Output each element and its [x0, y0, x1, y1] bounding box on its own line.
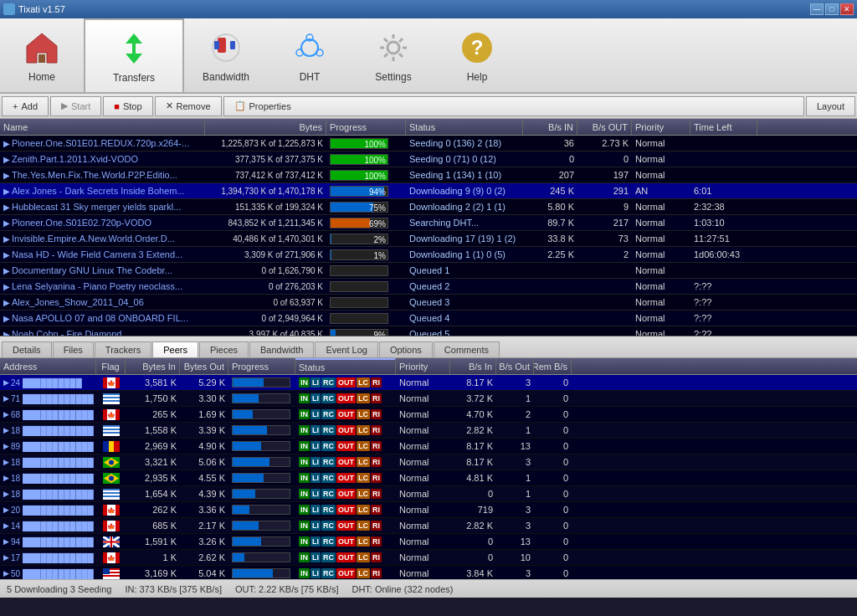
table-row[interactable]: ▶ Noah Cohn - Fire Diamond 3,997 K of 40… [0, 326, 857, 336]
table-row[interactable]: ▶ Documentary GNU Linux The Codebr... 0 … [0, 263, 857, 279]
table-row[interactable]: ▶ Pioneer.One.S01E02.720p-VODO 843,852 K… [0, 215, 857, 231]
peer-priority: Normal [396, 470, 450, 485]
properties-button[interactable]: 📋 Properties [223, 96, 804, 116]
peer-row[interactable]: ▶ 94 ████████████ 1,591 K 3.26 K IN LI R… [0, 534, 857, 550]
tab-details[interactable]: Details [2, 341, 52, 357]
table-row[interactable]: ▶ Nasa APOLLO 07 and 08 ONBOARD FIL... 0… [0, 311, 857, 326]
peer-row[interactable]: ▶ 89 ████████████ 3 2,969 K 4.90 K IN LI… [0, 439, 857, 454]
table-row[interactable]: ▶ Hubblecast 31 Sky merger yields sparkl… [0, 199, 857, 215]
row-name: ▶ Nasa HD - Wide Field Camera 3 Extend..… [0, 247, 205, 262]
close-button[interactable]: ✕ [840, 3, 854, 15]
col-status-header: Status [406, 119, 523, 135]
svg-rect-62 [115, 521, 120, 531]
dht-button[interactable]: DHT [268, 18, 352, 92]
bandwidth-button[interactable]: Bandwidth [184, 18, 268, 92]
badge-lc: LC [357, 473, 370, 483]
peer-bytesin: 262 K [126, 502, 180, 517]
table-row[interactable]: ▶ Pioneer.One.S01E01.REDUX.720p.x264-...… [0, 136, 857, 151]
badge-ri: RI [371, 552, 382, 562]
maximize-button[interactable]: □ [825, 3, 839, 15]
row-name: ▶ Lena Selyanina - Piano Poetry neoclass… [0, 279, 205, 294]
row-bytes: 3,997 K of 40,835 K [205, 326, 326, 336]
peer-bytesout: 5.06 K [180, 454, 228, 470]
stop-button[interactable]: ■ Stop [103, 96, 152, 116]
peer-row[interactable]: ▶ 24 ██████████ 🍁 3,581 K 5.29 K IN LI R… [0, 375, 857, 391]
settings-button[interactable]: Settings [352, 18, 435, 92]
peers-col-bsin: B/s In [450, 358, 496, 374]
transfers-button[interactable]: Transfers [84, 18, 184, 92]
peers-col-bytesin: Bytes In [126, 358, 180, 374]
stop-icon: ■ [114, 101, 120, 111]
peer-priority: Normal [396, 486, 450, 501]
svg-rect-29 [115, 377, 120, 388]
row-bsout: 197 [577, 167, 632, 182]
peer-row[interactable]: ▶ 18 ████████████ 3,321 K 5.06 K IN LI R… [0, 454, 857, 470]
svg-line-22 [399, 54, 403, 57]
svg-rect-55 [103, 495, 120, 497]
peer-bsout: 1 [496, 470, 534, 485]
peer-priority: Normal [396, 534, 450, 549]
peer-bytesin: 3,581 K [126, 375, 180, 390]
dht-icon [290, 28, 330, 68]
peers-container[interactable]: Address Flag Bytes In Bytes Out Progress… [0, 358, 857, 579]
peer-row[interactable]: ▶ 68 ████████████ 6 🍁 265 K 1.69 K IN LI… [0, 407, 857, 423]
peer-row[interactable]: ▶ 14 ████████████ 2 🍁 685 K 2.17 K IN LI… [0, 518, 857, 534]
badge-li: LI [310, 568, 321, 578]
badge-out: OUT [336, 409, 356, 419]
table-row[interactable]: ▶ Lena Selyanina - Piano Poetry neoclass… [0, 279, 857, 295]
tab-bandwidth[interactable]: Bandwidth [249, 341, 314, 357]
row-bsout: 2 [577, 247, 632, 262]
row-timeleft [690, 167, 757, 182]
peer-priority: Normal [396, 550, 450, 565]
peer-row[interactable]: ▶ 18 ████████████ 1,654 K 4.39 K IN LI R… [0, 486, 857, 502]
peer-row[interactable]: ▶ 50 ████████████ 3,169 K 5.04 K IN LI R… [0, 566, 857, 579]
badge-li: LI [310, 536, 321, 547]
peer-row[interactable]: ▶ 17 ████████████ 31 🍁 1 K 2.62 K IN LI … [0, 550, 857, 566]
peer-flag: 🍁 [96, 518, 126, 533]
table-row[interactable]: ▶ Invisible.Empire.A.New.World.Order.D..… [0, 231, 857, 247]
tab-eventlog[interactable]: Event Log [315, 341, 378, 357]
home-button[interactable]: Home [0, 18, 84, 92]
row-status: Seeding 0 (136) 2 (18) [406, 136, 523, 151]
table-row[interactable]: ▶ Zenith.Part.1.2011.Xvid-VODO 377,375 K… [0, 151, 857, 167]
table-row[interactable]: ▶ The.Yes.Men.Fix.The.World.P2P.Editio..… [0, 167, 857, 183]
col-priority-header: Priority [632, 119, 690, 135]
minimize-button[interactable]: — [810, 3, 824, 15]
table-header: Name Bytes Progress Status B/s IN B/s OU… [0, 119, 857, 136]
peer-row[interactable]: ▶ 20 ████████████ 🍁 262 K 3.36 K IN LI R… [0, 502, 857, 518]
svg-rect-73 [115, 552, 120, 563]
col-bsout-header: B/s OUT [577, 119, 632, 135]
remove-button[interactable]: ✕ Remove [155, 96, 222, 116]
peer-priority: Normal [396, 518, 450, 533]
peers-col-address: Address [0, 358, 96, 374]
peer-row[interactable]: ▶ 18 ████████████ 1,558 K 3.39 K IN LI R… [0, 423, 857, 439]
row-bsout: 9 [577, 199, 632, 214]
tab-comments[interactable]: Comments [434, 341, 500, 357]
table-row[interactable]: ▶ Alex Jones - Dark Secrets Inside Bohem… [0, 183, 857, 199]
row-status: Searching DHT... [406, 215, 523, 230]
tab-pieces[interactable]: Pieces [199, 341, 249, 357]
peer-row[interactable]: ▶ 18 ████████████ 0 2,935 K 4.55 K IN LI… [0, 470, 857, 486]
peer-bytesout: 5.04 K [180, 566, 228, 579]
tab-trackers[interactable]: Trackers [95, 341, 151, 357]
help-button[interactable]: ? Help [435, 18, 519, 92]
tab-files[interactable]: Files [53, 341, 94, 357]
table-row[interactable]: ▶ Nasa HD - Wide Field Camera 3 Extend..… [0, 247, 857, 263]
peer-rem: 0 [534, 518, 572, 533]
svg-rect-44 [109, 441, 114, 452]
tab-peers[interactable]: Peers [152, 341, 198, 357]
transfers-table[interactable]: Name Bytes Progress Status B/s IN B/s OU… [0, 119, 857, 336]
window-controls[interactable]: — □ ✕ [810, 3, 854, 15]
peer-rem: 0 [534, 439, 572, 454]
row-bsout: 0 [577, 151, 632, 167]
badge-rc: RC [321, 377, 336, 388]
add-button[interactable]: + Add [2, 96, 49, 116]
layout-button[interactable]: Layout [806, 96, 855, 116]
start-button[interactable]: ▶ Start [50, 96, 101, 116]
badge-out: OUT [336, 473, 356, 483]
badge-ri: RI [371, 521, 382, 531]
table-row[interactable]: ▶ Alex_Jones_Show_2011_04_06 0 of 63,937… [0, 295, 857, 311]
row-bsout: 2.73 K [577, 136, 632, 151]
peer-row[interactable]: ▶ 71 ████████████ 1,750 K 3.30 K IN LI R… [0, 391, 857, 407]
tab-options[interactable]: Options [379, 341, 433, 357]
